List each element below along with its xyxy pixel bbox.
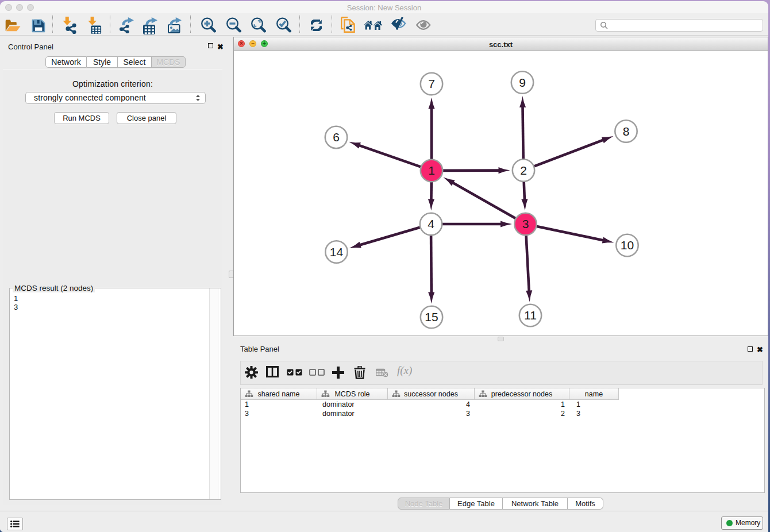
svg-text:3: 3 xyxy=(522,217,529,230)
svg-text:11: 11 xyxy=(524,309,537,322)
svg-text:2: 2 xyxy=(520,164,527,177)
svg-text:6: 6 xyxy=(333,130,340,144)
svg-text:7: 7 xyxy=(428,77,435,90)
svg-text:4: 4 xyxy=(428,217,434,230)
svg-text:8: 8 xyxy=(623,125,630,138)
svg-text:10: 10 xyxy=(621,238,634,252)
svg-text:14: 14 xyxy=(330,245,344,259)
svg-text:1: 1 xyxy=(428,164,435,177)
svg-text:15: 15 xyxy=(425,310,438,323)
svg-text:9: 9 xyxy=(519,76,526,89)
